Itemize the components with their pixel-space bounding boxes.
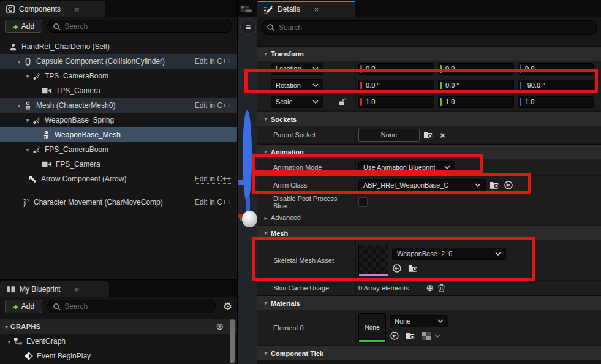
tab-my-blueprint[interactable]: My Blueprint × [0, 281, 109, 297]
tree-row-mesh[interactable]: ▾ Mesh (CharacterMesh0) Edit in C++ [0, 98, 237, 113]
tab-details[interactable]: Details × [257, 1, 355, 17]
location-x-field[interactable]: 0.0 [358, 63, 434, 75]
rotation-y-field[interactable]: 0.0 ° [438, 80, 514, 91]
tree-row-capsule[interactable]: ▾ Capsule Component (CollisionCylinder) … [0, 54, 237, 69]
y-axis-bar [440, 98, 442, 106]
edit-in-cpp-link[interactable]: Edit in C++ [195, 175, 231, 184]
chevron-down-icon[interactable]: ▾ [261, 350, 271, 357]
components-search[interactable] [47, 20, 232, 33]
scale-axis-combo[interactable]: Scale [271, 96, 323, 108]
panel-stack-icon[interactable] [240, 4, 255, 13]
book-icon [6, 286, 15, 294]
graphs-section-header[interactable]: ▾ GRAPHS ⊕ [0, 319, 237, 334]
skeletal-mesh-thumbnail[interactable] [358, 245, 388, 276]
anim-class-combo[interactable]: ABP_HRef_WeaponBase_C [358, 179, 486, 191]
tree-row-self[interactable]: HandRef_CharDemo (Self) [0, 39, 237, 54]
category-materials[interactable]: ▾ Materials [257, 295, 601, 310]
texture-checker-icon[interactable] [422, 332, 431, 340]
close-icon[interactable]: × [75, 5, 80, 14]
tree-row-fps-cameraboom[interactable]: ▾ FPS_CameraBoom [0, 142, 237, 157]
edit-in-cpp-link[interactable]: Edit in C++ [195, 198, 231, 207]
edit-in-cpp-link[interactable]: Edit in C++ [195, 57, 231, 66]
clear-socket-icon[interactable]: × [440, 130, 445, 140]
scale-z-field[interactable]: 1.0 [518, 96, 594, 108]
browse-asset-icon[interactable] [489, 181, 500, 189]
chevron-down-icon[interactable]: ▾ [261, 148, 271, 155]
chevron-right-icon[interactable]: ▸ [261, 214, 271, 221]
location-axis-combo[interactable]: Location [271, 63, 323, 75]
browse-asset-icon[interactable] [423, 131, 434, 139]
tree-row-tps-camera[interactable]: TPS_Camera [0, 83, 237, 98]
tree-row-character-movement[interactable]: Character Movement (CharMoveComp) Edit i… [0, 195, 237, 210]
category-transform[interactable]: ▾ Transform [257, 46, 601, 61]
chevron-down-icon[interactable]: ▾ [23, 73, 32, 80]
row-animation-mode: Animation Mode Use Animation Blueprint [257, 159, 601, 176]
spring-arm-icon [32, 72, 41, 81]
tree-row-weaponbase-spring[interactable]: ▾ WeaponBase_Spring [0, 113, 237, 127]
chevron-down-icon[interactable]: ▾ [261, 230, 271, 237]
tree-separator [0, 191, 237, 191]
tab-components[interactable]: Components × [0, 1, 105, 17]
parent-socket-value[interactable]: None [358, 129, 420, 142]
browse-asset-icon[interactable] [406, 332, 416, 340]
chevron-down-icon[interactable]: ▾ [15, 102, 23, 109]
lock-open-icon[interactable] [338, 97, 346, 107]
tree-row-tps-cameraboom[interactable]: ▾ TPS_CameraBoom [0, 69, 237, 83]
category-animation[interactable]: ▾ Animation [257, 144, 601, 159]
tree-row-arrow-component[interactable]: Arrow Component (Arrow) Edit in C++ [0, 172, 237, 186]
category-component-tick[interactable]: ▾ Component Tick [257, 346, 601, 360]
add-array-element-icon[interactable]: ⊕ [426, 282, 434, 294]
use-selected-asset-icon[interactable] [504, 180, 513, 190]
my-blueprint-search-input[interactable] [64, 302, 210, 311]
category-sockets[interactable]: ▾ Sockets [257, 112, 601, 126]
skeletal-mesh-combo[interactable]: WeaponBase_2_0 [392, 248, 506, 260]
chevron-down-icon[interactable]: ▾ [5, 324, 8, 330]
scale-y-field[interactable]: 1.0 [438, 96, 514, 108]
use-selected-asset-icon[interactable] [392, 264, 402, 273]
add-component-button[interactable]: + Add [5, 20, 42, 33]
chevron-down-icon[interactable]: ▾ [15, 58, 23, 65]
eventgraph-row[interactable]: ▾ EventGraph [0, 334, 237, 349]
location-z-field[interactable]: 0.0 [518, 63, 594, 75]
chevron-down-icon[interactable]: ▾ [261, 50, 271, 57]
close-icon[interactable]: × [314, 5, 319, 14]
category-mesh[interactable]: ▾ Mesh [257, 226, 601, 240]
rotation-z-field[interactable]: -90.0 ° [518, 80, 594, 91]
components-search-input[interactable] [64, 22, 227, 31]
add-graph-icon[interactable]: ⊕ [216, 321, 224, 332]
edit-in-cpp-link[interactable]: Edit in C++ [195, 101, 231, 110]
disable-post-process-checkbox[interactable] [358, 197, 368, 207]
panel-menu-button[interactable]: ≡ [240, 19, 256, 35]
chevron-down-icon[interactable]: ▾ [261, 300, 271, 306]
material-thumbnail[interactable]: None [358, 313, 386, 343]
chevron-down-icon[interactable]: ▾ [261, 116, 271, 123]
scale-x-field[interactable]: 1.0 [358, 96, 434, 108]
row-location: Location 0.0 0.0 0.0 [257, 61, 601, 77]
scrollbar[interactable] [230, 319, 235, 363]
material-combo[interactable]: None [390, 315, 448, 327]
rotation-x-field[interactable]: 0.0 ° [358, 80, 434, 91]
close-icon[interactable]: × [75, 285, 80, 294]
details-search-input[interactable] [279, 23, 592, 32]
spring-arm-icon [32, 145, 41, 154]
chevron-down-icon[interactable]: ▾ [5, 338, 13, 345]
search-icon [53, 23, 61, 31]
tree-row-fps-camera[interactable]: FPS_Camera [0, 157, 237, 172]
tree-row-weaponbase-mesh[interactable]: WeaponBase_Mesh [0, 127, 237, 142]
rotation-axis-combo[interactable]: Rotation [271, 79, 323, 91]
my-blueprint-search[interactable] [47, 300, 216, 313]
browse-asset-icon[interactable] [408, 264, 418, 273]
chevron-down-icon [312, 83, 319, 87]
use-selected-asset-icon[interactable] [390, 331, 399, 341]
location-y-field[interactable]: 0.0 [438, 63, 514, 75]
add-blueprint-button[interactable]: + Add [5, 300, 42, 313]
chevron-down-icon[interactable]: ▾ [23, 146, 32, 153]
viewport-weapon-blade [243, 110, 252, 202]
row-advanced[interactable]: ▸ Advanced [257, 210, 601, 226]
details-search[interactable] [261, 20, 597, 35]
gear-icon[interactable]: ⚙ [223, 300, 232, 313]
event-beginplay-row[interactable]: Event BeginPlay [0, 349, 237, 363]
animation-mode-combo[interactable]: Use Animation Blueprint [358, 161, 455, 173]
chevron-down-icon[interactable]: ▾ [23, 117, 32, 124]
trash-icon[interactable] [437, 283, 445, 292]
